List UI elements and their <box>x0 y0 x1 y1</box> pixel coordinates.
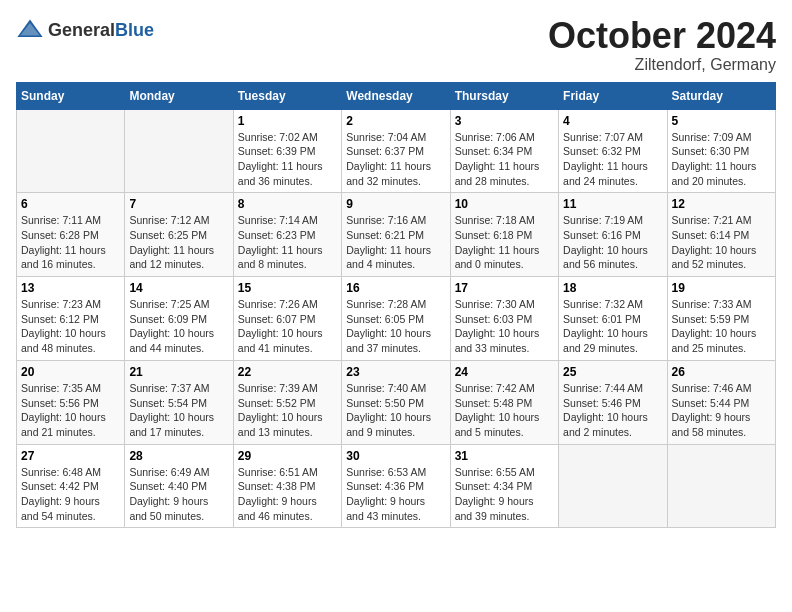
logo-blue-text: Blue <box>115 20 154 40</box>
day-number: 3 <box>455 114 554 128</box>
calendar-table: Sunday Monday Tuesday Wednesday Thursday… <box>16 82 776 529</box>
day-detail: Sunrise: 7:46 AM Sunset: 5:44 PM Dayligh… <box>672 381 771 440</box>
day-detail: Sunrise: 7:16 AM Sunset: 6:21 PM Dayligh… <box>346 213 445 272</box>
day-number: 7 <box>129 197 228 211</box>
logo: GeneralBlue <box>16 16 154 44</box>
day-number: 4 <box>563 114 662 128</box>
day-detail: Sunrise: 7:37 AM Sunset: 5:54 PM Dayligh… <box>129 381 228 440</box>
calendar-cell: 1Sunrise: 7:02 AM Sunset: 6:39 PM Daylig… <box>233 109 341 193</box>
calendar-cell: 13Sunrise: 7:23 AM Sunset: 6:12 PM Dayli… <box>17 277 125 361</box>
day-number: 15 <box>238 281 337 295</box>
day-number: 9 <box>346 197 445 211</box>
day-number: 6 <box>21 197 120 211</box>
day-detail: Sunrise: 7:26 AM Sunset: 6:07 PM Dayligh… <box>238 297 337 356</box>
day-number: 21 <box>129 365 228 379</box>
calendar-cell: 25Sunrise: 7:44 AM Sunset: 5:46 PM Dayli… <box>559 360 667 444</box>
calendar-cell: 27Sunrise: 6:48 AM Sunset: 4:42 PM Dayli… <box>17 444 125 528</box>
calendar-cell: 30Sunrise: 6:53 AM Sunset: 4:36 PM Dayli… <box>342 444 450 528</box>
calendar-cell <box>667 444 775 528</box>
day-number: 31 <box>455 449 554 463</box>
day-number: 22 <box>238 365 337 379</box>
day-detail: Sunrise: 7:07 AM Sunset: 6:32 PM Dayligh… <box>563 130 662 189</box>
day-number: 1 <box>238 114 337 128</box>
day-number: 8 <box>238 197 337 211</box>
calendar-cell <box>125 109 233 193</box>
calendar-cell: 2Sunrise: 7:04 AM Sunset: 6:37 PM Daylig… <box>342 109 450 193</box>
header-monday: Monday <box>125 82 233 109</box>
header-saturday: Saturday <box>667 82 775 109</box>
calendar-cell: 8Sunrise: 7:14 AM Sunset: 6:23 PM Daylig… <box>233 193 341 277</box>
day-number: 17 <box>455 281 554 295</box>
day-detail: Sunrise: 7:28 AM Sunset: 6:05 PM Dayligh… <box>346 297 445 356</box>
day-detail: Sunrise: 7:09 AM Sunset: 6:30 PM Dayligh… <box>672 130 771 189</box>
header-wednesday: Wednesday <box>342 82 450 109</box>
calendar-cell: 11Sunrise: 7:19 AM Sunset: 6:16 PM Dayli… <box>559 193 667 277</box>
day-detail: Sunrise: 7:42 AM Sunset: 5:48 PM Dayligh… <box>455 381 554 440</box>
day-number: 30 <box>346 449 445 463</box>
header-tuesday: Tuesday <box>233 82 341 109</box>
header-sunday: Sunday <box>17 82 125 109</box>
calendar-week-4: 20Sunrise: 7:35 AM Sunset: 5:56 PM Dayli… <box>17 360 776 444</box>
calendar-cell: 22Sunrise: 7:39 AM Sunset: 5:52 PM Dayli… <box>233 360 341 444</box>
calendar-cell: 21Sunrise: 7:37 AM Sunset: 5:54 PM Dayli… <box>125 360 233 444</box>
calendar-cell: 9Sunrise: 7:16 AM Sunset: 6:21 PM Daylig… <box>342 193 450 277</box>
day-detail: Sunrise: 7:44 AM Sunset: 5:46 PM Dayligh… <box>563 381 662 440</box>
calendar-cell: 18Sunrise: 7:32 AM Sunset: 6:01 PM Dayli… <box>559 277 667 361</box>
day-number: 26 <box>672 365 771 379</box>
calendar-cell: 31Sunrise: 6:55 AM Sunset: 4:34 PM Dayli… <box>450 444 558 528</box>
day-detail: Sunrise: 7:23 AM Sunset: 6:12 PM Dayligh… <box>21 297 120 356</box>
calendar-week-2: 6Sunrise: 7:11 AM Sunset: 6:28 PM Daylig… <box>17 193 776 277</box>
day-detail: Sunrise: 6:55 AM Sunset: 4:34 PM Dayligh… <box>455 465 554 524</box>
logo-icon <box>16 16 44 44</box>
calendar-cell: 4Sunrise: 7:07 AM Sunset: 6:32 PM Daylig… <box>559 109 667 193</box>
day-detail: Sunrise: 7:18 AM Sunset: 6:18 PM Dayligh… <box>455 213 554 272</box>
calendar-week-3: 13Sunrise: 7:23 AM Sunset: 6:12 PM Dayli… <box>17 277 776 361</box>
day-number: 20 <box>21 365 120 379</box>
day-number: 28 <box>129 449 228 463</box>
day-number: 2 <box>346 114 445 128</box>
page-header: GeneralBlue October 2024 Ziltendorf, Ger… <box>16 16 776 74</box>
calendar-header-row: Sunday Monday Tuesday Wednesday Thursday… <box>17 82 776 109</box>
calendar-cell <box>17 109 125 193</box>
day-detail: Sunrise: 7:35 AM Sunset: 5:56 PM Dayligh… <box>21 381 120 440</box>
calendar-cell: 6Sunrise: 7:11 AM Sunset: 6:28 PM Daylig… <box>17 193 125 277</box>
day-number: 16 <box>346 281 445 295</box>
day-number: 13 <box>21 281 120 295</box>
day-number: 18 <box>563 281 662 295</box>
calendar-cell: 10Sunrise: 7:18 AM Sunset: 6:18 PM Dayli… <box>450 193 558 277</box>
day-number: 10 <box>455 197 554 211</box>
calendar-cell: 23Sunrise: 7:40 AM Sunset: 5:50 PM Dayli… <box>342 360 450 444</box>
day-detail: Sunrise: 7:02 AM Sunset: 6:39 PM Dayligh… <box>238 130 337 189</box>
day-detail: Sunrise: 7:40 AM Sunset: 5:50 PM Dayligh… <box>346 381 445 440</box>
calendar-cell: 24Sunrise: 7:42 AM Sunset: 5:48 PM Dayli… <box>450 360 558 444</box>
calendar-cell: 17Sunrise: 7:30 AM Sunset: 6:03 PM Dayli… <box>450 277 558 361</box>
logo-general-text: General <box>48 20 115 40</box>
day-detail: Sunrise: 7:14 AM Sunset: 6:23 PM Dayligh… <box>238 213 337 272</box>
title-block: October 2024 Ziltendorf, Germany <box>548 16 776 74</box>
day-number: 5 <box>672 114 771 128</box>
calendar-week-5: 27Sunrise: 6:48 AM Sunset: 4:42 PM Dayli… <box>17 444 776 528</box>
day-number: 11 <box>563 197 662 211</box>
calendar-cell: 19Sunrise: 7:33 AM Sunset: 5:59 PM Dayli… <box>667 277 775 361</box>
day-detail: Sunrise: 7:12 AM Sunset: 6:25 PM Dayligh… <box>129 213 228 272</box>
calendar-cell: 20Sunrise: 7:35 AM Sunset: 5:56 PM Dayli… <box>17 360 125 444</box>
day-number: 27 <box>21 449 120 463</box>
day-detail: Sunrise: 6:48 AM Sunset: 4:42 PM Dayligh… <box>21 465 120 524</box>
calendar-week-1: 1Sunrise: 7:02 AM Sunset: 6:39 PM Daylig… <box>17 109 776 193</box>
day-detail: Sunrise: 7:25 AM Sunset: 6:09 PM Dayligh… <box>129 297 228 356</box>
day-detail: Sunrise: 7:04 AM Sunset: 6:37 PM Dayligh… <box>346 130 445 189</box>
header-friday: Friday <box>559 82 667 109</box>
day-detail: Sunrise: 6:49 AM Sunset: 4:40 PM Dayligh… <box>129 465 228 524</box>
day-number: 23 <box>346 365 445 379</box>
calendar-cell: 5Sunrise: 7:09 AM Sunset: 6:30 PM Daylig… <box>667 109 775 193</box>
calendar-cell: 14Sunrise: 7:25 AM Sunset: 6:09 PM Dayli… <box>125 277 233 361</box>
header-thursday: Thursday <box>450 82 558 109</box>
calendar-cell: 3Sunrise: 7:06 AM Sunset: 6:34 PM Daylig… <box>450 109 558 193</box>
day-detail: Sunrise: 7:32 AM Sunset: 6:01 PM Dayligh… <box>563 297 662 356</box>
day-detail: Sunrise: 7:21 AM Sunset: 6:14 PM Dayligh… <box>672 213 771 272</box>
calendar-cell: 12Sunrise: 7:21 AM Sunset: 6:14 PM Dayli… <box>667 193 775 277</box>
day-number: 24 <box>455 365 554 379</box>
calendar-cell: 15Sunrise: 7:26 AM Sunset: 6:07 PM Dayli… <box>233 277 341 361</box>
day-detail: Sunrise: 6:53 AM Sunset: 4:36 PM Dayligh… <box>346 465 445 524</box>
calendar-cell <box>559 444 667 528</box>
